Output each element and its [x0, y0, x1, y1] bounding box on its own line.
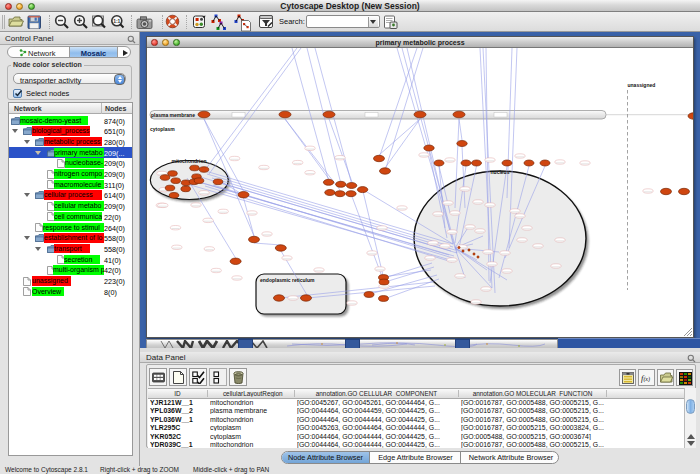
svg-text:endoplasmic reticulum: endoplasmic reticulum	[260, 277, 315, 283]
svg-text:nucleus: nucleus	[491, 169, 510, 175]
svg-text:mitochondrion: mitochondrion	[172, 158, 207, 164]
svg-text:1:1: 1:1	[113, 18, 120, 24]
svg-text:unassigned: unassigned	[628, 82, 656, 88]
svg-text:plasma membrane: plasma membrane	[151, 112, 195, 118]
svg-text:cytoplasm: cytoplasm	[150, 126, 175, 132]
